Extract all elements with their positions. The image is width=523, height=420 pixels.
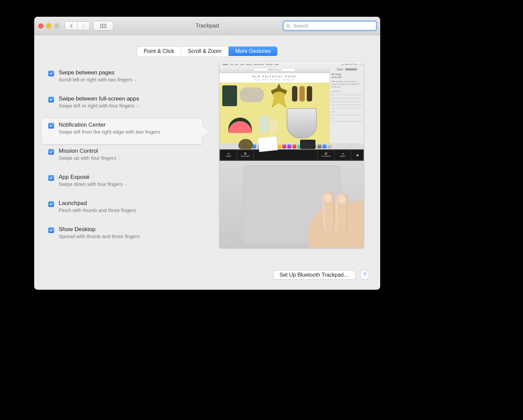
chevron-down-icon: ⌵ <box>136 103 139 108</box>
nav-buttons <box>65 21 90 30</box>
preview-screen: Safari File Edit View History Bookmarks … <box>220 62 364 248</box>
chevron-down-icon: ⌵ <box>134 77 137 82</box>
option-subtitle[interactable]: Swipe left or right with four fingers ⌵ <box>59 103 196 109</box>
close-window-button[interactable] <box>38 23 43 28</box>
chevron-down-icon: ⌵ <box>118 156 121 160</box>
forward-button[interactable] <box>77 21 90 30</box>
option-launchpad[interactable]: Launchpad Pinch with thumb and three fin… <box>42 197 202 223</box>
checkbox-notification-center[interactable] <box>48 123 54 129</box>
gesture-preview: Safari File Edit View History Bookmarks … <box>211 62 373 270</box>
checkbox-show-desktop[interactable] <box>48 227 54 233</box>
nc-tabs: Today Notifications <box>331 68 362 71</box>
preview-safari-toolbar: oldfaithfulshop.com <box>220 67 329 73</box>
titlebar: Trackpad <box>34 17 380 35</box>
notification-center-icon: ☰ <box>361 63 362 66</box>
checkbox-app-expose[interactable] <box>48 175 54 181</box>
search-input[interactable] <box>293 23 373 29</box>
option-subtitle[interactable]: Swipe up with four fingers ⌵ <box>59 155 196 161</box>
option-text: Swipe between full-screen apps Swipe lef… <box>59 95 196 109</box>
zoom-window-button <box>54 23 59 28</box>
option-title: Notification Center <box>59 122 196 128</box>
checkbox-swipe-fullscreen[interactable] <box>48 97 54 102</box>
preview-safari-content <box>220 83 329 143</box>
gesture-options: Swipe between pages Scroll left or right… <box>42 62 202 270</box>
checkbox-mission-control[interactable] <box>48 149 54 155</box>
traffic-lights <box>38 23 59 28</box>
search-icon: ⌕ <box>358 63 359 65</box>
bottom-bar: Set Up Bluetooth Trackpad… ? <box>40 270 375 285</box>
grid-icon <box>100 24 106 28</box>
option-swipe-pages[interactable]: Swipe between pages Scroll left or right… <box>42 66 202 92</box>
checkbox-launchpad[interactable] <box>48 201 54 207</box>
option-notification-center[interactable]: Notification Center Swipe left from the … <box>42 118 202 144</box>
preview-desktop: oldfaithfulshop.com OLD FAITHFUL SHOP Sh… <box>220 67 364 143</box>
option-text: Notification Center Swipe left from the … <box>59 122 196 135</box>
option-title: Launchpad <box>59 200 196 207</box>
svg-line-1 <box>289 26 290 27</box>
option-subtitle[interactable]: Swipe down with four fingers ⌵ <box>59 181 196 187</box>
option-swipe-fullscreen[interactable]: Swipe between full-screen apps Swipe lef… <box>42 92 202 118</box>
preview-notification-center: Today Notifications Monday, June 5th "Me… <box>329 67 364 143</box>
minimize-window-button[interactable] <box>46 23 51 28</box>
option-title: Mission Control <box>59 148 196 154</box>
tab-bar: Point & Click Scroll & Zoom More Gesture… <box>137 47 278 56</box>
content-area: Point & Click Scroll & Zoom More Gesture… <box>34 35 380 290</box>
option-text: App Exposé Swipe down with four fingers … <box>59 174 196 187</box>
option-text: Show Desktop Spread with thumb and three… <box>59 226 196 239</box>
preview-menubar: Safari File Edit View History Bookmarks … <box>220 62 364 67</box>
option-title: App Exposé <box>59 174 196 181</box>
option-title: Swipe between full-screen apps <box>59 95 196 102</box>
option-app-expose[interactable]: App Exposé Swipe down with four fingers … <box>42 170 202 197</box>
option-title: Show Desktop <box>59 226 196 233</box>
chevron-down-icon: ⌵ <box>125 182 127 186</box>
option-title: Swipe between pages <box>59 69 196 76</box>
preview-safari-header: OLD FAITHFUL SHOP Shop · About · Our Sto… <box>220 73 329 83</box>
option-subtitle: Swipe left from the right edge with two … <box>59 129 196 135</box>
tab-scroll-zoom[interactable]: Scroll & Zoom <box>181 47 228 56</box>
option-subtitle: Pinch with thumb and three fingers <box>59 207 196 213</box>
search-field[interactable] <box>284 21 376 30</box>
preferences-window: Trackpad Point & Click Scroll & Zoom Mor… <box>34 17 380 290</box>
tab-point-click[interactable]: Point & Click <box>137 47 181 56</box>
preview-safari: oldfaithfulshop.com OLD FAITHFUL SHOP Sh… <box>220 67 329 143</box>
tab-more-gestures[interactable]: More Gestures <box>229 47 278 56</box>
help-button[interactable]: ? <box>360 270 369 280</box>
setup-bluetooth-trackpad-button[interactable]: Set Up Bluetooth Trackpad… <box>273 270 355 280</box>
back-button[interactable] <box>65 21 77 30</box>
search-icon <box>286 24 291 28</box>
option-subtitle[interactable]: Scroll left or right with two fingers ⌵ <box>59 77 196 82</box>
svg-point-0 <box>287 24 289 26</box>
option-text: Mission Control Swipe up with four finge… <box>59 148 196 161</box>
nc-date: Monday, June 5th <box>331 73 362 79</box>
preview-trackpad-area <box>220 161 364 248</box>
main-row: Swipe between pages Scroll left or right… <box>40 56 375 270</box>
show-all-button[interactable] <box>93 21 113 30</box>
checkbox-swipe-pages[interactable] <box>48 71 54 76</box>
preview-hand-icon <box>297 188 364 248</box>
preview-keyboard: altoption ⌘command ⌘command altoption ◀ <box>220 149 364 161</box>
option-text: Swipe between pages Scroll left or right… <box>59 69 196 82</box>
option-text: Launchpad Pinch with thumb and three fin… <box>59 200 196 213</box>
wifi-icon: ⧐ <box>342 63 344 66</box>
option-mission-control[interactable]: Mission Control Swipe up with four finge… <box>42 144 202 170</box>
option-subtitle: Spread with thumb and three fingers <box>59 233 196 239</box>
option-show-desktop[interactable]: Show Desktop Spread with thumb and three… <box>42 223 202 249</box>
